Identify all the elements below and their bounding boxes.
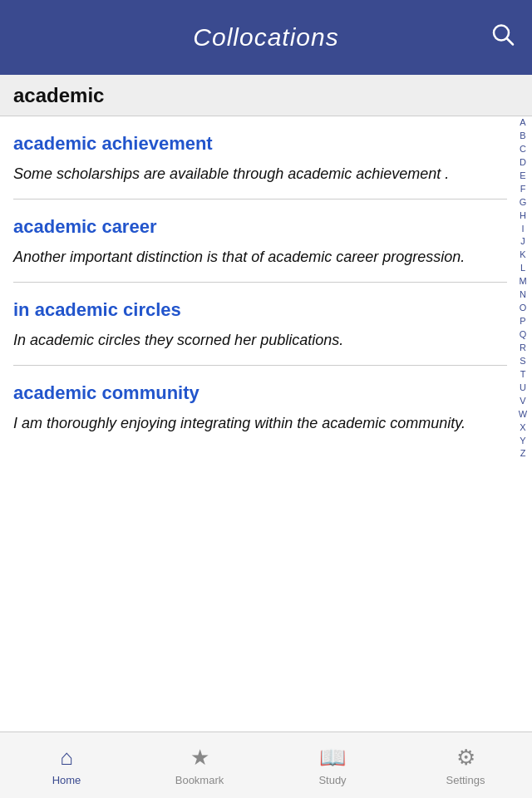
alpha-letter-b[interactable]: B (520, 130, 525, 143)
alpha-letter-r[interactable]: R (520, 342, 526, 355)
current-word: academic (13, 84, 104, 107)
alpha-letter-m[interactable]: M (519, 275, 526, 288)
tab-bar: ⌂ Home ★ Bookmark 📖 Study ⚙ Settings (0, 732, 532, 798)
alpha-letter-g[interactable]: G (520, 196, 527, 209)
alpha-letter-s[interactable]: S (520, 355, 525, 368)
collocation-example-1: Another important distinction is that of… (13, 246, 507, 268)
alpha-letter-v[interactable]: V (520, 395, 525, 408)
collocation-term-2[interactable]: in academic circles (13, 299, 507, 321)
tab-bookmark-label: Bookmark (175, 774, 224, 786)
home-icon: ⌂ (60, 745, 73, 771)
tab-bookmark[interactable]: ★ Bookmark (133, 732, 266, 798)
collocation-entry-3: academic communityI am thoroughly enjoyi… (13, 366, 507, 448)
alpha-letter-c[interactable]: C (520, 143, 526, 156)
tab-home-label: Home (52, 774, 81, 786)
collocation-term-0[interactable]: academic achievement (13, 133, 507, 155)
alpha-letter-i[interactable]: I (521, 223, 524, 236)
collocation-example-2: In academic circles they scorned her pub… (13, 329, 507, 352)
alpha-letter-j[interactable]: J (520, 235, 525, 249)
alphabet-sidebar: ABCDEFGHIJKLMNOPQRSTUVWXYZ (514, 116, 532, 461)
tab-study-label: Study (318, 774, 346, 786)
svg-line-1 (507, 38, 514, 45)
alpha-letter-d[interactable]: D (520, 156, 526, 170)
app-header: Collocations (0, 0, 532, 75)
collocation-entry-0: academic achievementSome scholarships ar… (13, 116, 507, 200)
collocation-example-3: I am thoroughly enjoying integrating wit… (13, 412, 507, 435)
alpha-letter-n[interactable]: N (520, 288, 526, 302)
alpha-letter-f[interactable]: F (520, 183, 526, 196)
alpha-letter-u[interactable]: U (520, 382, 526, 395)
bookmark-icon: ★ (190, 745, 209, 771)
collocation-term-1[interactable]: academic career (13, 216, 507, 238)
collocation-list: academic achievementSome scholarships ar… (0, 116, 532, 732)
alpha-letter-y[interactable]: Y (520, 435, 525, 448)
alpha-letter-e[interactable]: E (520, 170, 525, 183)
alpha-letter-q[interactable]: Q (520, 328, 527, 342)
alpha-letter-x[interactable]: X (520, 421, 525, 435)
header-title: Collocations (193, 23, 338, 52)
alpha-letter-k[interactable]: K (520, 249, 525, 262)
collocation-example-0: Some scholarships are available through … (13, 163, 507, 185)
tab-settings-label: Settings (446, 774, 485, 786)
tab-study[interactable]: 📖 Study (266, 732, 399, 798)
study-icon: 📖 (319, 745, 346, 771)
alpha-letter-o[interactable]: O (520, 302, 527, 315)
word-bar: academic (0, 75, 532, 116)
search-icon[interactable] (490, 22, 515, 53)
alpha-letter-w[interactable]: W (519, 408, 527, 421)
alpha-letter-l[interactable]: L (520, 262, 525, 275)
tab-settings[interactable]: ⚙ Settings (399, 732, 532, 798)
collocation-entry-2: in academic circlesIn academic circles t… (13, 283, 507, 366)
collocation-entry-1: academic careerAnother important distinc… (13, 200, 507, 283)
tab-home[interactable]: ⌂ Home (0, 732, 133, 798)
alpha-letter-h[interactable]: H (520, 209, 526, 223)
settings-icon: ⚙ (456, 745, 475, 771)
alpha-letter-p[interactable]: P (520, 315, 525, 328)
collocation-term-3[interactable]: academic community (13, 382, 507, 404)
alpha-letter-a[interactable]: A (520, 116, 525, 130)
alpha-letter-z[interactable]: Z (520, 447, 526, 461)
alpha-letter-t[interactable]: T (520, 368, 526, 382)
